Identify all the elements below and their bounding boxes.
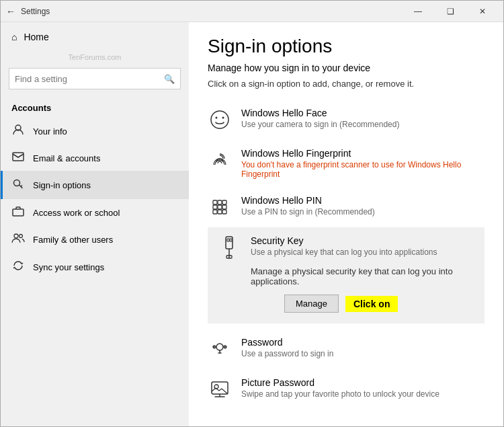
svg-rect-11 xyxy=(222,200,226,204)
fingerprint-icon xyxy=(208,148,232,172)
home-label: Home xyxy=(24,32,48,42)
option-windows-hello-fingerprint[interactable]: Windows Hello Fingerprint You don't have… xyxy=(208,140,485,187)
option-desc: Use a physical key that can log you into… xyxy=(251,247,475,257)
svg-rect-3 xyxy=(13,209,24,216)
close-button[interactable]: ✕ xyxy=(467,1,498,22)
page-instruction: Click on a sign-in option to add, change… xyxy=(208,79,485,89)
sidebar-item-access-work[interactable]: Access work or school xyxy=(1,199,189,226)
svg-point-22 xyxy=(216,344,223,350)
option-text-face: Windows Hello Face Use your camera to si… xyxy=(241,108,485,129)
option-title: Picture Password xyxy=(241,377,485,388)
option-title: Windows Hello Fingerprint xyxy=(241,148,485,159)
security-key-manage-text: Manage a physical security key that can … xyxy=(251,266,475,286)
sidebar-item-label: Family & other users xyxy=(33,235,113,245)
usb-key-icon xyxy=(217,235,241,260)
key-icon xyxy=(11,178,25,192)
search-box[interactable]: 🔍 xyxy=(9,68,181,89)
window-title: Settings xyxy=(21,7,403,16)
option-picture-password[interactable]: Picture Password Swipe and tap your favo… xyxy=(208,369,485,410)
svg-point-2 xyxy=(14,180,20,186)
svg-rect-14 xyxy=(222,205,226,209)
pin-icon xyxy=(208,195,232,219)
security-key-header: Security Key Use a physical key that can… xyxy=(217,235,475,260)
svg-rect-10 xyxy=(218,200,222,204)
sidebar-home-button[interactable]: ⌂ Home xyxy=(1,22,189,52)
svg-rect-12 xyxy=(213,205,217,209)
manage-button[interactable]: Manage xyxy=(284,295,339,313)
person-icon xyxy=(11,124,25,139)
content-area: Sign-in options Manage how you sign in t… xyxy=(189,22,503,426)
page-title: Sign-in options xyxy=(208,36,485,57)
option-windows-hello-pin[interactable]: Windows Hello PIN Use a PIN to sign in (… xyxy=(208,187,485,227)
sidebar-item-label: Sync your settings xyxy=(33,262,104,272)
watermark: TenForums.com xyxy=(1,52,189,65)
click-on-badge: Click on xyxy=(345,296,398,312)
option-text-fingerprint: Windows Hello Fingerprint You don't have… xyxy=(241,148,485,179)
search-icon: 🔍 xyxy=(164,74,175,84)
svg-point-4 xyxy=(14,234,18,238)
svg-point-8 xyxy=(222,117,224,119)
page-subtitle: Manage how you sign in to your device xyxy=(208,63,485,73)
option-windows-hello-face[interactable]: Windows Hello Face Use your camera to si… xyxy=(208,100,485,140)
svg-rect-16 xyxy=(218,210,222,214)
option-title: Windows Hello PIN xyxy=(241,195,485,206)
option-title: Windows Hello Face xyxy=(241,108,485,118)
maximize-button[interactable]: ❑ xyxy=(435,1,466,22)
group-icon xyxy=(11,233,25,246)
option-desc: Use a PIN to sign in (Recommended) xyxy=(241,207,485,217)
sidebar-item-family-users[interactable]: Family & other users xyxy=(1,226,189,253)
option-title: Password xyxy=(241,337,485,348)
face-icon xyxy=(208,108,232,132)
svg-point-7 xyxy=(216,117,218,119)
main-layout: ⌂ Home TenForums.com 🔍 Accounts Your inf… xyxy=(1,22,503,426)
svg-rect-15 xyxy=(213,210,217,214)
option-password[interactable]: Password Use a password to sign in xyxy=(208,329,485,369)
option-text-security-key: Security Key Use a physical key that can… xyxy=(251,235,475,257)
svg-rect-20 xyxy=(230,239,232,241)
svg-rect-9 xyxy=(213,200,217,204)
window-controls: — ❑ ✕ xyxy=(403,1,498,22)
sidebar-item-your-info[interactable]: Your info xyxy=(1,117,189,145)
option-desc: Use a password to sign in xyxy=(241,349,485,358)
option-text-password: Password Use a password to sign in xyxy=(241,337,485,358)
svg-point-6 xyxy=(211,111,228,128)
briefcase-icon xyxy=(11,206,25,219)
email-icon xyxy=(11,152,25,164)
option-desc: Swipe and tap your favorite photo to unl… xyxy=(241,389,485,399)
titlebar: ← Settings — ❑ ✕ xyxy=(1,1,503,22)
svg-rect-13 xyxy=(218,205,222,209)
sidebar-item-label: Sign-in options xyxy=(33,180,91,190)
option-desc: Use your camera to sign in (Recommended) xyxy=(241,120,485,129)
option-title: Security Key xyxy=(251,235,475,246)
back-button[interactable]: ← xyxy=(6,6,15,17)
picture-password-icon xyxy=(208,377,232,401)
search-input[interactable] xyxy=(15,74,164,84)
option-text-pin: Windows Hello PIN Use a PIN to sign in (… xyxy=(241,195,485,217)
svg-point-5 xyxy=(19,235,23,238)
svg-rect-17 xyxy=(222,210,226,214)
sync-icon xyxy=(11,260,25,274)
sidebar-item-label: Your info xyxy=(33,126,67,137)
sidebar-item-email-accounts[interactable]: Email & accounts xyxy=(1,145,189,171)
option-desc-error: You don't have a fingerprint scanner to … xyxy=(241,160,485,179)
sidebar-section-title: Accounts xyxy=(1,98,189,117)
svg-rect-19 xyxy=(227,239,229,241)
home-icon: ⌂ xyxy=(11,32,17,42)
sidebar-item-sign-in-options[interactable]: Sign-in options xyxy=(1,171,189,199)
password-icon xyxy=(208,337,232,361)
minimize-button[interactable]: — xyxy=(403,1,433,22)
option-text-picture-password: Picture Password Swipe and tap your favo… xyxy=(241,377,485,399)
sidebar-item-label: Access work or school xyxy=(33,208,120,218)
security-key-panel: Security Key Use a physical key that can… xyxy=(208,227,485,323)
sidebar-item-sync-settings[interactable]: Sync your settings xyxy=(1,253,189,281)
svg-rect-1 xyxy=(13,153,24,161)
sidebar: ⌂ Home TenForums.com 🔍 Accounts Your inf… xyxy=(1,22,189,426)
sidebar-item-label: Email & accounts xyxy=(33,153,100,163)
